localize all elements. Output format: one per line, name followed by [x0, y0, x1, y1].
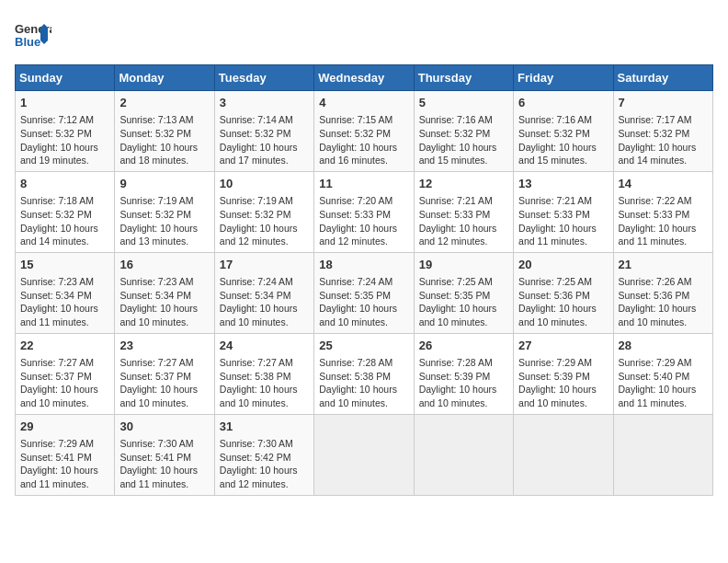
- sunset: Sunset: 5:35 PM: [419, 290, 491, 301]
- day-of-week-wednesday: Wednesday: [314, 65, 414, 91]
- sunset: Sunset: 5:34 PM: [119, 290, 191, 301]
- sunset: Sunset: 5:32 PM: [220, 209, 291, 220]
- sunset: Sunset: 5:34 PM: [20, 290, 92, 301]
- sunrise: Sunrise: 7:24 AM: [319, 276, 392, 287]
- calendar-cell: [414, 414, 513, 495]
- sunset: Sunset: 5:32 PM: [220, 128, 291, 139]
- day-number: 4: [319, 95, 408, 111]
- day-number: 11: [319, 176, 408, 192]
- daylight: Daylight: 10 hours and 12 minutes.: [319, 223, 397, 247]
- logo: General Blue: [15, 15, 51, 55]
- day-number: 2: [119, 95, 209, 111]
- day-number: 27: [518, 338, 608, 354]
- sunrise: Sunrise: 7:28 AM: [419, 357, 493, 368]
- day-number: 25: [319, 338, 408, 354]
- sunrise: Sunrise: 7:25 AM: [518, 276, 592, 287]
- daylight: Daylight: 10 hours and 16 minutes.: [319, 142, 397, 167]
- calendar-cell: 29Sunrise: 7:29 AMSunset: 5:41 PMDayligh…: [16, 414, 115, 495]
- calendar-cell: 20Sunrise: 7:25 AMSunset: 5:36 PMDayligh…: [514, 252, 613, 333]
- day-number: 3: [220, 95, 309, 111]
- sunrise: Sunrise: 7:19 AM: [119, 195, 193, 206]
- svg-text:Blue: Blue: [15, 35, 40, 49]
- calendar-cell: 8Sunrise: 7:18 AMSunset: 5:32 PMDaylight…: [16, 171, 115, 252]
- calendar-body: 1Sunrise: 7:12 AMSunset: 5:32 PMDaylight…: [16, 91, 713, 496]
- day-of-week-header: SundayMondayTuesdayWednesdayThursdayFrid…: [16, 65, 713, 91]
- daylight: Daylight: 10 hours and 10 minutes.: [220, 303, 298, 327]
- sunrise: Sunrise: 7:14 AM: [220, 114, 293, 125]
- daylight: Daylight: 10 hours and 11 minutes.: [619, 384, 697, 408]
- calendar-cell: 30Sunrise: 7:30 AMSunset: 5:41 PMDayligh…: [115, 414, 214, 495]
- day-number: 9: [119, 176, 209, 192]
- calendar-cell: 19Sunrise: 7:25 AMSunset: 5:35 PMDayligh…: [414, 252, 513, 333]
- day-number: 8: [20, 176, 109, 192]
- sunset: Sunset: 5:38 PM: [319, 371, 391, 382]
- sunrise: Sunrise: 7:15 AM: [319, 114, 392, 125]
- day-number: 28: [619, 338, 708, 354]
- day-of-week-thursday: Thursday: [414, 65, 513, 91]
- calendar-week-2: 8Sunrise: 7:18 AMSunset: 5:32 PMDaylight…: [16, 171, 713, 252]
- day-number: 15: [20, 257, 109, 273]
- sunrise: Sunrise: 7:30 AM: [220, 438, 293, 449]
- calendar-cell: 18Sunrise: 7:24 AMSunset: 5:35 PMDayligh…: [314, 252, 414, 333]
- calendar-cell: 6Sunrise: 7:16 AMSunset: 5:32 PMDaylight…: [514, 91, 613, 172]
- day-number: 30: [119, 419, 209, 435]
- daylight: Daylight: 10 hours and 15 minutes.: [518, 142, 597, 167]
- day-number: 14: [619, 176, 708, 192]
- day-of-week-saturday: Saturday: [613, 65, 712, 91]
- calendar-cell: [613, 414, 712, 495]
- sunrise: Sunrise: 7:21 AM: [419, 195, 493, 206]
- sunrise: Sunrise: 7:20 AM: [319, 195, 392, 206]
- sunrise: Sunrise: 7:27 AM: [20, 357, 94, 368]
- sunrise: Sunrise: 7:12 AM: [20, 114, 94, 125]
- day-number: 29: [20, 419, 109, 435]
- calendar-cell: 27Sunrise: 7:29 AMSunset: 5:39 PMDayligh…: [514, 333, 613, 414]
- header: General Blue: [15, 15, 713, 55]
- day-number: 20: [518, 257, 608, 273]
- daylight: Daylight: 10 hours and 12 minutes.: [220, 223, 298, 247]
- daylight: Daylight: 10 hours and 12 minutes.: [419, 223, 497, 247]
- calendar-cell: 5Sunrise: 7:16 AMSunset: 5:32 PMDaylight…: [414, 91, 513, 172]
- sunset: Sunset: 5:32 PM: [119, 209, 191, 220]
- daylight: Daylight: 10 hours and 15 minutes.: [419, 142, 497, 167]
- calendar-cell: [314, 414, 414, 495]
- daylight: Daylight: 10 hours and 10 minutes.: [619, 303, 697, 327]
- calendar-cell: 3Sunrise: 7:14 AMSunset: 5:32 PMDaylight…: [214, 91, 313, 172]
- calendar-cell: 16Sunrise: 7:23 AMSunset: 5:34 PMDayligh…: [115, 252, 214, 333]
- sunset: Sunset: 5:34 PM: [220, 290, 291, 301]
- sunrise: Sunrise: 7:17 AM: [619, 114, 692, 125]
- sunset: Sunset: 5:32 PM: [419, 128, 491, 139]
- sunrise: Sunrise: 7:26 AM: [619, 276, 692, 287]
- day-number: 23: [119, 338, 209, 354]
- day-number: 19: [419, 257, 508, 273]
- daylight: Daylight: 10 hours and 10 minutes.: [419, 303, 497, 327]
- sunset: Sunset: 5:37 PM: [119, 371, 191, 382]
- daylight: Daylight: 10 hours and 10 minutes.: [319, 303, 397, 327]
- sunset: Sunset: 5:32 PM: [20, 128, 92, 139]
- calendar-cell: 13Sunrise: 7:21 AMSunset: 5:33 PMDayligh…: [514, 171, 613, 252]
- calendar-cell: 14Sunrise: 7:22 AMSunset: 5:33 PMDayligh…: [613, 171, 712, 252]
- daylight: Daylight: 10 hours and 19 minutes.: [20, 142, 98, 167]
- daylight: Daylight: 10 hours and 10 minutes.: [419, 384, 497, 408]
- day-number: 1: [20, 95, 109, 111]
- calendar-cell: 17Sunrise: 7:24 AMSunset: 5:34 PMDayligh…: [214, 252, 313, 333]
- sunrise: Sunrise: 7:19 AM: [220, 195, 293, 206]
- daylight: Daylight: 10 hours and 18 minutes.: [119, 142, 198, 167]
- calendar-week-1: 1Sunrise: 7:12 AMSunset: 5:32 PMDaylight…: [16, 91, 713, 172]
- day-of-week-tuesday: Tuesday: [214, 65, 313, 91]
- sunrise: Sunrise: 7:23 AM: [20, 276, 94, 287]
- sunrise: Sunrise: 7:28 AM: [319, 357, 392, 368]
- calendar-cell: 23Sunrise: 7:27 AMSunset: 5:37 PMDayligh…: [115, 333, 214, 414]
- sunset: Sunset: 5:38 PM: [220, 371, 291, 382]
- sunrise: Sunrise: 7:24 AM: [220, 276, 293, 287]
- sunrise: Sunrise: 7:18 AM: [20, 195, 94, 206]
- calendar-cell: 21Sunrise: 7:26 AMSunset: 5:36 PMDayligh…: [613, 252, 712, 333]
- sunrise: Sunrise: 7:29 AM: [619, 357, 692, 368]
- sunrise: Sunrise: 7:25 AM: [419, 276, 493, 287]
- daylight: Daylight: 10 hours and 10 minutes.: [220, 384, 298, 408]
- sunrise: Sunrise: 7:21 AM: [518, 195, 592, 206]
- calendar-week-3: 15Sunrise: 7:23 AMSunset: 5:34 PMDayligh…: [16, 252, 713, 333]
- sunrise: Sunrise: 7:13 AM: [119, 114, 193, 125]
- daylight: Daylight: 10 hours and 13 minutes.: [119, 223, 198, 247]
- sunset: Sunset: 5:39 PM: [419, 371, 491, 382]
- sunset: Sunset: 5:32 PM: [619, 128, 690, 139]
